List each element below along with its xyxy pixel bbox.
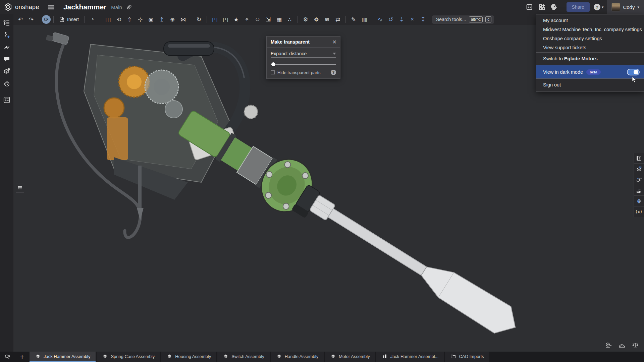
learning-center-icon[interactable] <box>550 2 560 12</box>
transparency-slider[interactable] <box>271 62 336 66</box>
protractor-icon[interactable] <box>618 342 626 350</box>
tab-switch-assembly[interactable]: Switch Assembly <box>217 352 270 362</box>
close-icon[interactable]: ✕ <box>332 39 337 45</box>
divider <box>345 16 346 23</box>
sketch-icon[interactable] <box>1 42 12 53</box>
tab-cad-imports[interactable]: CAD Imports <box>445 352 489 362</box>
collaborate-button[interactable]: ☺ <box>253 15 263 24</box>
snap-mode-b-button[interactable]: ◰ <box>220 15 230 24</box>
translate-part-button[interactable]: ⊹ <box>135 15 145 24</box>
slider-knob[interactable] <box>271 62 275 66</box>
divider <box>298 16 298 23</box>
drawing-icon <box>382 353 388 359</box>
menu-item-switch-company[interactable]: Switch to Eglade Motors <box>536 53 644 65</box>
search-tools-input[interactable]: Search tools... alt/⌥ c <box>432 15 494 24</box>
drop-view-button[interactable]: ↧ <box>418 15 428 24</box>
snap-mode-a-button[interactable]: ◳ <box>210 15 220 24</box>
instance-list-flyout-button[interactable] <box>16 183 24 192</box>
corner-arrows-button[interactable]: ⇲ <box>263 15 273 24</box>
assembly-cube-icon <box>223 353 229 359</box>
tab-handle-assembly[interactable]: Handle Assembly <box>271 352 324 362</box>
rain-view-button[interactable]: ⇣ <box>396 15 407 24</box>
tab-spring-case-assembly[interactable]: Spring Case Assembly <box>97 352 160 362</box>
menu-item-my-account[interactable]: My account <box>536 16 644 25</box>
variables-panel-button[interactable]: (x) <box>634 206 644 217</box>
appearance-panel-button[interactable] <box>634 196 644 206</box>
section-view-button[interactable]: ◔ <box>87 15 97 24</box>
release-tasks-icon[interactable] <box>524 2 534 12</box>
main-menu-icon[interactable] <box>48 4 55 10</box>
insert-label: Insert <box>67 17 79 22</box>
comments-icon[interactable] <box>1 54 12 65</box>
redo-button[interactable]: ↷ <box>26 15 36 24</box>
versions-icon[interactable] <box>1 29 12 41</box>
tab-label: Handle Assembly <box>285 354 318 359</box>
menu-item-support-tickets[interactable]: View support tickets <box>536 43 644 52</box>
features-panel-button[interactable] <box>634 185 644 196</box>
expand-dropdown[interactable]: Expand: distance <box>271 50 336 58</box>
explode-path-button[interactable]: ∿ <box>375 15 385 24</box>
menu-item-company-settings[interactable]: Midwest Machine Tech, Inc. company setti… <box>536 25 644 34</box>
shortcut-alt-key: alt/⌥ <box>469 16 483 22</box>
snap-center-button[interactable]: ⊕ <box>167 15 177 24</box>
plus-icon: + <box>20 353 24 361</box>
help-icon: ? <box>594 4 600 10</box>
star-rotate-button[interactable]: ★ <box>231 15 241 24</box>
columns-add-button[interactable]: ▥ <box>359 15 369 24</box>
mates-panel-button[interactable] <box>634 174 644 185</box>
collapse-view-button[interactable]: × <box>407 15 417 24</box>
orbit-part-button[interactable]: ◉ <box>146 15 156 24</box>
undo-button[interactable]: ↶ <box>15 15 25 24</box>
document-panel-button[interactable] <box>634 153 644 164</box>
divider <box>191 16 191 23</box>
add-tab-button[interactable]: + <box>15 352 30 362</box>
hide-parts-checkbox[interactable] <box>271 70 275 74</box>
part-help-icon[interactable]: ? <box>1 66 12 77</box>
assembly-tree-icon[interactable] <box>1 17 12 29</box>
spring-button[interactable]: ≋ <box>322 15 332 24</box>
tab-jack-hammer-drawing[interactable]: Jack Hammer Assembl... <box>376 352 444 362</box>
revert-button[interactable]: ↻ <box>194 15 204 24</box>
menu-item-onshape-settings[interactable]: Onshape company settings <box>536 34 644 43</box>
assembly-cube-icon <box>35 353 41 359</box>
pull-part-button[interactable]: ↥ <box>157 15 167 24</box>
workspace-label[interactable]: Main <box>111 4 122 10</box>
view-rotate-button[interactable]: ⟳ <box>42 15 51 24</box>
scatter-button[interactable]: ∴ <box>285 15 295 24</box>
select-cylinder-button[interactable]: ⌖ <box>242 15 252 24</box>
menu-item-dark-mode[interactable]: View in dark mode beta <box>536 65 644 79</box>
mass-properties-icon[interactable] <box>631 342 639 350</box>
raise-part-button[interactable]: ⇧ <box>124 15 135 24</box>
spin-view-button[interactable]: ↺ <box>386 15 396 24</box>
gears-button[interactable]: ⚙ <box>301 15 311 24</box>
onshape-logo[interactable]: onshape <box>4 3 39 11</box>
dark-mode-toggle[interactable] <box>627 69 640 75</box>
sheet-edit-button[interactable]: ✎ <box>348 15 359 24</box>
tab-motor-assembly[interactable]: Motor Assembly <box>325 352 375 362</box>
right-panel-rail: (x) <box>634 153 644 217</box>
tab-housing-assembly[interactable]: Housing Assembly <box>161 352 216 362</box>
dialog-help-icon[interactable]: ? <box>331 70 336 75</box>
share-link-icon[interactable] <box>126 4 132 10</box>
gear-mount-button[interactable]: ☸ <box>311 15 321 24</box>
display-states-button[interactable]: ◫ <box>103 15 113 24</box>
search-tabs-button[interactable] <box>0 352 15 362</box>
insert-button[interactable]: Insert <box>56 15 82 24</box>
tab-jack-hammer-assembly[interactable]: Jack Hammer Assembly <box>30 352 96 362</box>
user-menu-button[interactable]: Cody ▾ <box>607 0 644 14</box>
history-icon[interactable] <box>1 78 12 89</box>
mirror-part-button[interactable]: ⋈ <box>178 15 188 24</box>
swap-button[interactable]: ⇄ <box>333 15 343 24</box>
app-store-icon[interactable] <box>537 2 547 12</box>
pattern-grid-button[interactable]: ▦ <box>274 15 284 24</box>
help-menu[interactable]: ? ▾ <box>594 4 604 10</box>
onshape-logo-icon <box>4 3 12 11</box>
dialog-header: Make transparent ✕ <box>267 37 340 48</box>
tape-measure-icon[interactable] <box>604 342 612 350</box>
share-button[interactable]: Share <box>567 2 590 12</box>
bom-panel-button[interactable] <box>634 164 644 174</box>
rotate-part-button[interactable]: ⟲ <box>114 15 124 24</box>
switch-target: Eglade Motors <box>564 56 598 61</box>
checklist-panel-icon[interactable] <box>1 94 12 106</box>
menu-item-sign-out[interactable]: Sign out <box>536 79 644 91</box>
